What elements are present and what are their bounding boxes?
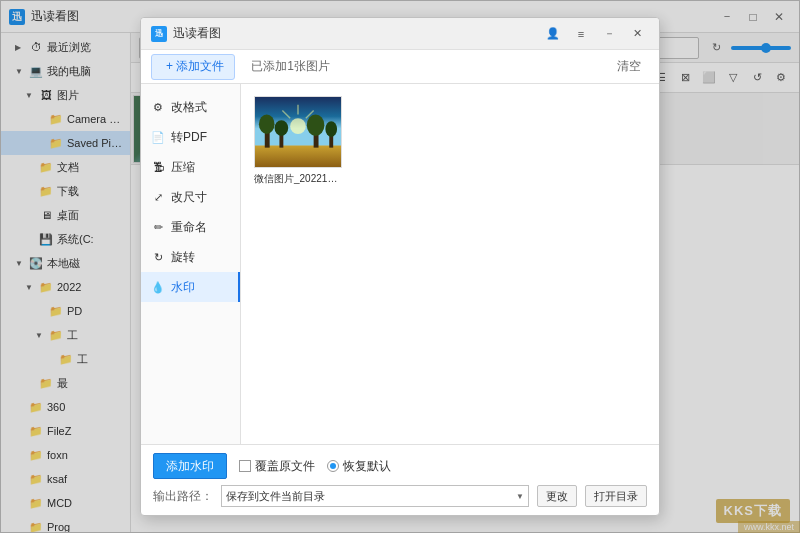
dialog-title-bar: 迅 迅读看图 👤 ≡ － ✕ — [141, 18, 659, 50]
footer-row2: 输出路径： 保存到文件当前目录 ▼ 更改 打开目录 — [153, 485, 647, 507]
restore-default-label: 恢复默认 — [343, 458, 391, 475]
watermark-dialog: 迅 迅读看图 👤 ≡ － ✕ + 添加文件 已添加1张图片 清空 — [140, 17, 660, 516]
menu-item-compress[interactable]: 🗜 压缩 — [141, 152, 240, 182]
menu-label: 重命名 — [171, 219, 207, 236]
thumb-svg — [255, 96, 341, 168]
add-watermark-button[interactable]: 添加水印 — [153, 453, 227, 479]
dialog-footer: 添加水印 覆盖原文件 恢复默认 输出路径： 保存到文件当前目录 ▼ 更改 打开目… — [141, 444, 659, 515]
pdf-icon: 📄 — [151, 130, 165, 144]
dialog-app-icon: 迅 — [151, 26, 167, 42]
file-thumb-item[interactable]: 微信图片_20221024114... — [253, 96, 343, 432]
add-file-button[interactable]: + 添加文件 — [151, 54, 235, 80]
menu-label: 转PDF — [171, 129, 207, 146]
svg-point-11 — [275, 120, 289, 136]
svg-point-15 — [325, 121, 337, 137]
resize-icon: ⤢ — [151, 190, 165, 204]
menu-item-watermark[interactable]: 💧 水印 — [141, 272, 240, 302]
dialog-minimize-button[interactable]: － — [597, 24, 621, 44]
dialog-title-controls: 👤 ≡ － ✕ — [541, 24, 649, 44]
output-path-label: 输出路径： — [153, 488, 213, 505]
watermark-icon: 💧 — [151, 280, 165, 294]
dialog-person-icon[interactable]: 👤 — [541, 24, 565, 44]
file-thumbnail-image — [254, 96, 342, 168]
dialog-overlay: 迅 迅读看图 👤 ≡ － ✕ + 添加文件 已添加1张图片 清空 — [0, 0, 800, 533]
menu-item-resize[interactable]: ⤢ 改尺寸 — [141, 182, 240, 212]
dropdown-arrow-icon: ▼ — [516, 492, 524, 501]
menu-label: 压缩 — [171, 159, 195, 176]
clear-button[interactable]: 清空 — [609, 58, 649, 75]
file-grid: 微信图片_20221024114... — [253, 96, 647, 432]
footer-row1: 添加水印 覆盖原文件 恢复默认 — [153, 453, 647, 479]
restore-default-radio-label[interactable]: 恢复默认 — [327, 458, 391, 475]
cover-file-checkbox-label[interactable]: 覆盖原文件 — [239, 458, 315, 475]
menu-item-rename[interactable]: ✏ 重命名 — [141, 212, 240, 242]
file-count-text: 已添加1张图片 — [243, 58, 338, 75]
menu-label: 水印 — [171, 279, 195, 296]
menu-label: 旋转 — [171, 249, 195, 266]
dialog-content: 微信图片_20221024114... — [241, 84, 659, 444]
change-path-button[interactable]: 更改 — [537, 485, 577, 507]
svg-rect-1 — [255, 146, 341, 168]
file-thumb-name: 微信图片_20221024114... — [254, 172, 342, 186]
menu-label: 改格式 — [171, 99, 207, 116]
menu-label: 改尺寸 — [171, 189, 207, 206]
path-value: 保存到文件当前目录 — [226, 489, 325, 504]
menu-item-format[interactable]: ⚙ 改格式 — [141, 92, 240, 122]
dialog-menu-button[interactable]: ≡ — [569, 24, 593, 44]
restore-default-radio[interactable] — [327, 460, 339, 472]
format-icon: ⚙ — [151, 100, 165, 114]
dialog-body: ⚙ 改格式 📄 转PDF 🗜 压缩 ⤢ 改尺寸 ✏ 重命名 — [141, 84, 659, 444]
dialog-close-button[interactable]: ✕ — [625, 24, 649, 44]
rotate-icon: ↻ — [151, 250, 165, 264]
menu-item-pdf[interactable]: 📄 转PDF — [141, 122, 240, 152]
svg-point-13 — [307, 114, 325, 136]
svg-point-2 — [290, 118, 306, 134]
cover-file-label: 覆盖原文件 — [255, 458, 315, 475]
dialog-title: 迅读看图 — [173, 25, 221, 42]
dialog-title-left: 迅 迅读看图 — [151, 25, 221, 42]
dialog-left-menu: ⚙ 改格式 📄 转PDF 🗜 压缩 ⤢ 改尺寸 ✏ 重命名 — [141, 84, 241, 444]
compress-icon: 🗜 — [151, 160, 165, 174]
svg-point-9 — [259, 114, 275, 134]
open-folder-button[interactable]: 打开目录 — [585, 485, 647, 507]
rename-icon: ✏ — [151, 220, 165, 234]
cover-file-checkbox[interactable] — [239, 460, 251, 472]
add-file-label: + 添加文件 — [166, 58, 224, 75]
menu-item-rotate[interactable]: ↻ 旋转 — [141, 242, 240, 272]
dialog-toolbar: + 添加文件 已添加1张图片 清空 — [141, 50, 659, 84]
output-path-select[interactable]: 保存到文件当前目录 ▼ — [221, 485, 529, 507]
